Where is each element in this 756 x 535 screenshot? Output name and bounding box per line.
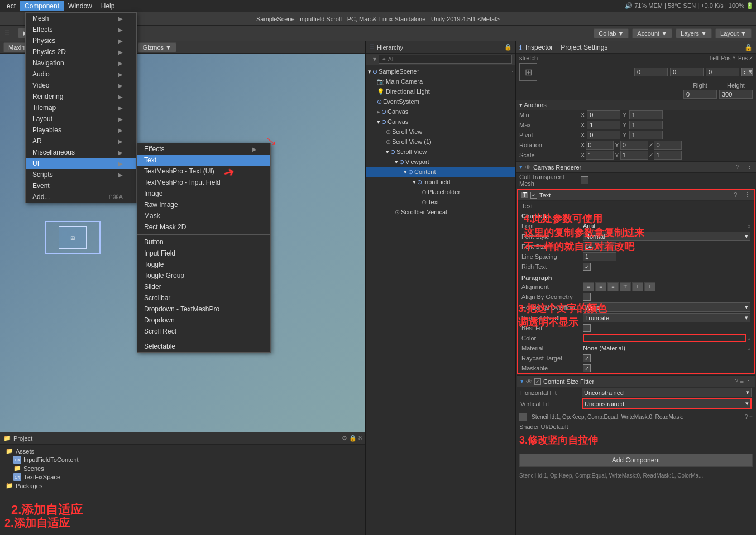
menu-physics2d[interactable]: Physics 2D ▶	[26, 46, 136, 57]
height-input[interactable]	[719, 90, 753, 99]
hierarchy-row-scroll-view-2[interactable]: ▾ ⊙ Scroll View	[366, 147, 515, 157]
menu-rendering[interactable]: Rendering ▶	[26, 91, 136, 102]
cr-help[interactable]: ? ≡ ⋮	[736, 163, 753, 171]
ui-dropdown[interactable]: Dropdown	[137, 315, 270, 326]
hierarchy-row-eventsystem[interactable]: ⊙ EventSystem	[366, 97, 515, 107]
menu-window[interactable]: Window	[64, 1, 97, 11]
hierarchy-row-canvas-collapsed[interactable]: ▸ ⊙ Canvas	[366, 107, 515, 117]
align-left[interactable]: ≡	[583, 282, 594, 291]
posz-input[interactable]	[706, 68, 739, 76]
cr-eye[interactable]: 👁	[525, 164, 531, 171]
ui-raw-image[interactable]: Raw Image	[137, 199, 270, 210]
hierarchy-row-viewport[interactable]: ▾ ⊙ Viewport	[366, 157, 515, 167]
anchor-widget[interactable]: ⊞	[519, 63, 537, 81]
ui-textmeshpro-input[interactable]: TextMeshPro - Input Field	[137, 177, 270, 188]
right-input[interactable]	[683, 90, 717, 99]
gizmos-button[interactable]: Gizmos ▼	[138, 42, 176, 52]
menu-navigation[interactable]: Navigation ▶	[26, 57, 136, 69]
align-bottom[interactable]: ⊥	[644, 282, 655, 291]
ui-image[interactable]: Image	[137, 188, 270, 199]
packages-folder[interactable]: 📁 Packages	[2, 481, 363, 490]
hierarchy-row-content[interactable]: ▾ ⊙ Content	[366, 167, 515, 177]
csf-header[interactable]: ▾ 👁 ✓ Content Size Fitter ? ≡ ⋮	[517, 375, 755, 387]
menu-component[interactable]: Component	[20, 1, 64, 11]
menu-effects[interactable]: Effects ▶	[26, 24, 136, 35]
align-center[interactable]: ≡	[595, 282, 606, 291]
color-eyedropper[interactable]: ○	[747, 335, 750, 341]
max-y-input[interactable]	[629, 121, 663, 129]
hierarchy-row-sample-scene[interactable]: ▾ ⊙ SampleScene* ⋮	[366, 66, 515, 76]
menu-layout[interactable]: Layout ▶	[26, 113, 136, 124]
scale-y-input[interactable]	[620, 151, 648, 160]
menu-ui[interactable]: UI ▶	[26, 158, 136, 169]
v-overflow-select[interactable]: Truncate ▾	[583, 313, 750, 322]
rot-y-input[interactable]	[620, 141, 648, 150]
h-overflow-select[interactable]: Wrap ▾	[583, 302, 750, 312]
text-component-header[interactable]: T ✓ Text ? ≡ ⋮	[518, 190, 754, 201]
scenes-folder[interactable]: 📁 Scenes	[2, 464, 363, 473]
scale-x-input[interactable]	[586, 151, 614, 160]
menu-scripts[interactable]: Scripts ▶	[26, 169, 136, 180]
menu-add[interactable]: Add... ⇧⌘A	[26, 191, 136, 203]
min-y-input[interactable]	[629, 110, 663, 119]
menu-playables[interactable]: Playables ▶	[26, 124, 136, 136]
min-x-input[interactable]	[587, 110, 620, 119]
menu-mesh[interactable]: Mesh ▶	[26, 13, 136, 24]
font-style-select[interactable]: Normal ▾	[583, 232, 750, 241]
pivot-y-input[interactable]	[629, 131, 663, 139]
text-enable-toggle[interactable]: ✓	[530, 192, 537, 199]
ui-effects[interactable]: Effects ▶	[137, 143, 270, 155]
stencil-help[interactable]: ? ≡	[745, 414, 753, 420]
font-size-input[interactable]	[583, 242, 616, 251]
menu-video[interactable]: Video ▶	[26, 80, 136, 91]
cull-checkbox[interactable]	[581, 176, 588, 184]
align-top[interactable]: ⊤	[620, 282, 631, 291]
csf-toggle[interactable]: ✓	[534, 378, 541, 385]
rot-x-input[interactable]	[586, 141, 614, 150]
csf-icons[interactable]: ? ≡ ⋮	[735, 378, 752, 385]
textfixspace-file[interactable]: C# TextFixSpace	[2, 473, 363, 481]
line-spacing-input[interactable]	[583, 252, 616, 261]
ui-scrollbar[interactable]: Scrollbar	[137, 292, 270, 303]
ui-rect-mask[interactable]: Rect Mask 2D	[137, 221, 270, 233]
menu-audio[interactable]: Audio ▶	[26, 69, 136, 80]
rich-text-checkbox[interactable]: ✓	[583, 263, 591, 271]
align-right[interactable]: ≡	[607, 282, 619, 291]
menu-help[interactable]: Help	[97, 1, 119, 11]
v-fit-select[interactable]: Unconstrained ▾	[582, 398, 752, 409]
h-fit-select[interactable]: Unconstrained ▾	[582, 388, 752, 397]
ui-slider[interactable]: Slider	[137, 281, 270, 292]
rect-extra-button[interactable]: ⋮ R	[741, 68, 753, 76]
ui-selectable[interactable]: Selectable	[137, 339, 270, 352]
csf-eye[interactable]: 👁	[526, 378, 532, 385]
hierarchy-row-scroll-view[interactable]: ⊙ Scroll View	[366, 127, 515, 137]
ui-scroll-rect[interactable]: Scroll Rect	[137, 326, 270, 337]
account-button[interactable]: Account ▼	[632, 28, 672, 38]
menu-miscellaneous[interactable]: Miscellaneous ▶	[26, 147, 136, 158]
hierarchy-row-scrollbar-vertical[interactable]: ⊙ Scrollbar Vertical	[366, 207, 515, 217]
menu-ar[interactable]: AR ▶	[26, 136, 136, 147]
color-picker[interactable]	[583, 334, 746, 342]
menu-ect[interactable]: ect	[2, 1, 20, 11]
collab-button[interactable]: Collab ▼	[594, 28, 629, 38]
maskable-checkbox[interactable]: ✓	[583, 364, 591, 372]
best-fit-checkbox[interactable]	[583, 324, 591, 332]
menu-event[interactable]: Event	[26, 180, 136, 191]
max-x-input[interactable]	[587, 121, 620, 129]
plus-icon[interactable]: +▾	[369, 55, 376, 63]
font-link[interactable]: ○	[747, 223, 750, 229]
align-middle[interactable]: ⊥	[632, 282, 643, 291]
ui-text[interactable]: Text	[137, 155, 270, 166]
hierarchy-search-input[interactable]	[379, 55, 512, 64]
hierarchy-row-canvas-expanded[interactable]: ▾ ⊙ Canvas	[366, 117, 515, 127]
hierarchy-row-main-camera[interactable]: 📷 Main Camera	[366, 76, 515, 86]
inputfield-file[interactable]: C# InputFieldToContent	[2, 455, 363, 464]
hierarchy-row-text[interactable]: ⊙ Text	[366, 197, 515, 207]
layers-button[interactable]: Layers ▼	[676, 28, 712, 38]
project-settings-link[interactable]: Project Settings	[561, 44, 607, 51]
menu-tilemap[interactable]: Tilemap ▶	[26, 102, 136, 113]
hierarchy-row-directional-light[interactable]: 💡 Directional Light	[366, 86, 515, 97]
inspector-lock[interactable]: 🔒	[744, 44, 753, 51]
scale-z-input[interactable]	[654, 151, 682, 160]
material-link[interactable]: ○	[747, 345, 750, 351]
